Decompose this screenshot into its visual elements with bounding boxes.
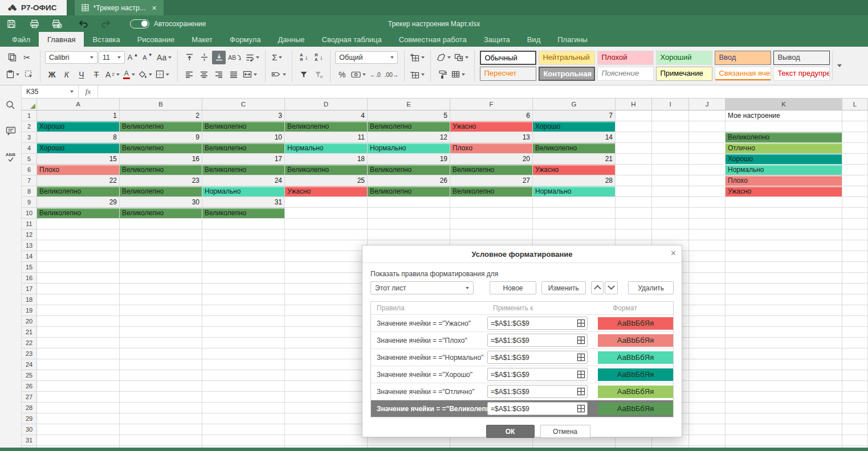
format-as-table-button[interactable] — [450, 68, 466, 81]
rule-row-4[interactable]: Значение ячейки = ="Хорошо"АаBbБбЯя — [371, 366, 673, 383]
cell-H10[interactable] — [616, 208, 652, 219]
rule-range-input[interactable] — [488, 337, 574, 345]
cell-H7[interactable] — [616, 175, 652, 186]
cell-A26[interactable] — [37, 381, 120, 392]
bold-button[interactable]: Ж — [45, 68, 59, 81]
cell-F5[interactable]: 20 — [450, 154, 533, 165]
row-header-27[interactable]: 27 — [22, 392, 37, 403]
cell-style-Плохой[interactable]: Плохой — [597, 51, 654, 65]
cell-A20[interactable] — [37, 316, 120, 327]
cell-E5[interactable]: 19 — [368, 154, 450, 165]
cell-A3[interactable]: 8 — [37, 132, 120, 143]
cell-B14[interactable] — [120, 251, 202, 262]
row-header-6[interactable]: 6 — [22, 165, 37, 175]
cell-C28[interactable] — [202, 403, 285, 413]
cell-B9[interactable]: 30 — [120, 197, 202, 208]
cell-K30[interactable] — [726, 424, 842, 435]
cell-C9[interactable]: 31 — [202, 197, 285, 208]
cell-L6[interactable] — [842, 165, 868, 175]
cell-J11[interactable] — [689, 219, 726, 229]
cell-B24[interactable] — [120, 359, 202, 370]
cell-A1[interactable]: 1 — [37, 110, 120, 121]
search-button[interactable] — [4, 98, 18, 112]
cell-L2[interactable] — [842, 121, 868, 132]
cell-L14[interactable] — [842, 251, 868, 262]
cell-D16[interactable] — [285, 273, 368, 284]
cell-K27[interactable] — [726, 392, 842, 403]
cell-C26[interactable] — [202, 381, 285, 392]
cell-L23[interactable] — [842, 348, 868, 359]
row-header-28[interactable]: 28 — [22, 403, 37, 413]
cell-L22[interactable] — [842, 338, 868, 348]
cell-J22[interactable] — [689, 338, 726, 348]
cell-I7[interactable] — [652, 175, 689, 186]
cell-D19[interactable] — [285, 305, 368, 316]
column-header-L[interactable]: L — [842, 99, 868, 110]
row-header-22[interactable]: 22 — [22, 338, 37, 348]
cell-A5[interactable]: 15 — [37, 154, 120, 165]
ok-button[interactable]: ОК — [486, 425, 535, 438]
cell-B18[interactable] — [120, 294, 202, 305]
font-name-select[interactable]: Calibri — [45, 51, 97, 64]
cell-H12[interactable] — [616, 229, 652, 240]
cell-style-Обычный[interactable]: Обычный — [480, 51, 536, 65]
cell-K31[interactable] — [726, 435, 842, 446]
cell-A18[interactable] — [37, 294, 120, 305]
cell-D2[interactable]: Великолепно — [285, 121, 368, 132]
wrap-text-button[interactable] — [244, 51, 260, 64]
cell-A19[interactable] — [37, 305, 120, 316]
cell-C10[interactable]: Великолепно — [202, 208, 285, 219]
cell-J30[interactable] — [689, 424, 726, 435]
cell-F12[interactable] — [450, 229, 533, 240]
cell-D24[interactable] — [285, 359, 368, 370]
row-header-17[interactable]: 17 — [22, 284, 37, 294]
cell-C31[interactable] — [202, 435, 285, 446]
cell-F9[interactable] — [450, 197, 533, 208]
cell-H8[interactable] — [616, 186, 652, 197]
cell-G10[interactable] — [533, 208, 616, 219]
text-orientation-button[interactable]: АВ — [227, 51, 243, 64]
rule-range-input[interactable] — [488, 405, 574, 413]
cell-H2[interactable] — [616, 121, 652, 132]
row-header-16[interactable]: 16 — [22, 273, 37, 284]
cell-G4[interactable]: Великолепно — [533, 143, 616, 154]
cell-D23[interactable] — [285, 348, 368, 359]
cell-A10[interactable]: Великолепно — [37, 208, 120, 219]
cell-H1[interactable] — [616, 110, 652, 121]
cell-L28[interactable] — [842, 403, 868, 413]
menu-tab-Защита[interactable]: Защита — [475, 32, 519, 47]
row-header-18[interactable]: 18 — [22, 294, 37, 305]
cell-J18[interactable] — [689, 294, 726, 305]
cell-H4[interactable] — [616, 143, 652, 154]
cell-D6[interactable]: Великолепно — [285, 165, 368, 175]
cell-L10[interactable] — [842, 208, 868, 219]
cell-C6[interactable]: Великолепно — [202, 165, 285, 175]
menu-tab-Совместная работа[interactable]: Совместная работа — [390, 32, 475, 47]
align-top-button[interactable] — [182, 51, 196, 64]
cell-D5[interactable]: 18 — [285, 154, 368, 165]
cell-style-Пояснение[interactable]: Пояснение — [597, 67, 654, 81]
delete-cells-button[interactable] — [409, 68, 426, 81]
cell-L11[interactable] — [842, 219, 868, 229]
menu-tab-Вид[interactable]: Вид — [519, 32, 549, 47]
cell-style-Примечание[interactable]: Примечание — [656, 67, 712, 81]
decrease-font-button[interactable]: A▼ — [141, 51, 154, 64]
borders-button[interactable] — [154, 68, 170, 81]
cell-C24[interactable] — [202, 359, 285, 370]
menu-tab-Данные[interactable]: Данные — [270, 32, 313, 47]
rule-row-6[interactable]: Значение ячейки = ="Великолепно"АаBbБбЯя — [371, 400, 673, 417]
cell-G9[interactable] — [533, 197, 616, 208]
cell-J24[interactable] — [689, 359, 726, 370]
menu-tab-Сводная таблица[interactable]: Сводная таблица — [313, 32, 390, 47]
cell-J4[interactable] — [689, 143, 726, 154]
cell-D8[interactable]: Ужасно — [285, 186, 368, 197]
cell-K1[interactable]: Мое настроение — [726, 110, 842, 121]
number-format-select[interactable]: Общий — [335, 51, 398, 64]
insert-cells-button[interactable] — [409, 51, 426, 64]
rule-range-input[interactable] — [488, 319, 574, 327]
delete-rule-button[interactable]: Удалить — [628, 281, 674, 294]
menu-tab-Вставка[interactable]: Вставка — [84, 32, 128, 47]
cell-C21[interactable] — [202, 327, 285, 338]
merge-cells-button[interactable] — [242, 68, 258, 81]
cell-E11[interactable] — [368, 219, 450, 229]
